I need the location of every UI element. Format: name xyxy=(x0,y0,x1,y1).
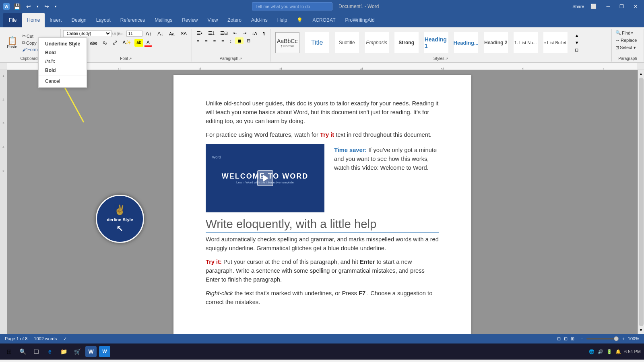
tab-home[interactable]: Home xyxy=(22,13,45,27)
dropdown-item-bold2[interactable]: Bold xyxy=(39,66,87,75)
volume-icon[interactable]: 🔊 xyxy=(598,349,603,354)
view-web-btn[interactable]: ⊞ xyxy=(571,336,574,341)
style-title[interactable]: Title xyxy=(303,31,332,54)
styles-dialog-icon[interactable]: ↗ xyxy=(445,57,448,61)
view-normal-btn[interactable]: ⊟ xyxy=(557,336,561,341)
word-taskbar-btn[interactable]: W xyxy=(85,346,97,357)
change-case-btn[interactable]: Aa xyxy=(167,31,177,37)
scroll-thumb[interactable] xyxy=(639,78,644,326)
ribbon-display-btn[interactable]: ⬜ xyxy=(587,2,600,11)
strikethrough-btn[interactable]: abc xyxy=(88,39,100,47)
unknown-btn[interactable]: W xyxy=(99,346,110,357)
customize-quick-btn[interactable]: ▾ xyxy=(53,4,58,9)
undo-dropdown-btn[interactable]: ▾ xyxy=(35,4,40,9)
dropdown-item-bold[interactable]: Bold xyxy=(39,48,87,57)
network-icon[interactable]: 🌐 xyxy=(589,349,594,354)
undo-quick-btn[interactable]: ↩ xyxy=(25,2,33,10)
font-dialog-icon[interactable]: ↗ xyxy=(129,57,132,61)
notification-icon[interactable]: 🔔 xyxy=(615,349,621,354)
increase-indent-btn[interactable]: ⇥ xyxy=(240,30,249,37)
font-size-input[interactable] xyxy=(126,31,142,37)
zoom-out-btn[interactable]: − xyxy=(581,336,583,341)
style-listnum[interactable]: 1. List Nu... xyxy=(511,31,540,54)
tab-help[interactable]: Help xyxy=(272,13,292,27)
styles-expand[interactable]: ⊟ xyxy=(572,47,582,53)
paste-btn[interactable]: 📋 Paste xyxy=(4,36,20,50)
multilevel-btn[interactable]: ☰⊞ xyxy=(218,30,230,37)
align-right-btn[interactable]: ≡ xyxy=(211,38,218,44)
restore-btn[interactable]: ❐ xyxy=(616,2,627,11)
numbering-btn[interactable]: ☰1 xyxy=(206,30,217,37)
dropdown-item-underline-style[interactable]: Underline Style xyxy=(39,39,87,48)
justify-btn[interactable]: ≡ xyxy=(219,38,226,44)
dropdown-item-italic[interactable]: Italic xyxy=(39,57,87,66)
sort-btn[interactable]: ↕A xyxy=(250,30,260,37)
shrink-font-btn[interactable]: A↓ xyxy=(155,30,166,37)
align-left-btn[interactable]: ≡ xyxy=(194,38,202,44)
bullets-btn[interactable]: ☰• xyxy=(194,30,205,37)
right-scrollbar[interactable]: ▲ ▼ xyxy=(638,70,644,334)
find-dropdown[interactable]: ▾ xyxy=(631,31,633,35)
store-btn[interactable]: 🛒 xyxy=(72,346,83,357)
style-normal[interactable]: AaBbCc ¶ Normal xyxy=(273,31,302,54)
minimize-btn[interactable]: ─ xyxy=(603,2,613,11)
borders-btn[interactable]: ⊟ xyxy=(244,37,253,44)
tab-insert[interactable]: Insert xyxy=(45,13,66,27)
tab-design[interactable]: Design xyxy=(66,13,91,27)
grow-font-btn[interactable]: A↑ xyxy=(143,30,154,37)
view-layout-btn[interactable]: ⊡ xyxy=(564,336,568,341)
battery-icon[interactable]: 🔋 xyxy=(607,349,612,354)
save-quick-btn[interactable]: 💾 xyxy=(12,2,22,10)
styles-scroll-up[interactable]: ▲ xyxy=(572,32,582,39)
replace-btn[interactable]: ↔ Replace xyxy=(614,37,638,43)
shading-btn[interactable]: ◼ xyxy=(235,37,244,44)
edge-btn[interactable]: e xyxy=(44,346,56,357)
text-effects-btn[interactable]: A✨ xyxy=(120,39,134,47)
zoom-slider[interactable] xyxy=(586,338,619,339)
search-btn[interactable]: 🔍 xyxy=(17,346,28,357)
tab-review[interactable]: Review xyxy=(177,13,202,27)
tell-me-input[interactable] xyxy=(252,2,332,10)
select-btn[interactable]: ⊡ Select ▾ xyxy=(614,45,637,51)
find-btn[interactable]: 🔍 Find ▾ xyxy=(614,30,634,36)
style-listbullet[interactable]: • List Bullet xyxy=(541,31,570,54)
font-name-select[interactable]: Calibri (Body) xyxy=(63,30,111,37)
style-strong[interactable]: Strong xyxy=(392,31,421,54)
start-btn[interactable]: ⊞ xyxy=(3,346,14,357)
tab-layout[interactable]: Layout xyxy=(91,13,116,27)
tab-references[interactable]: References xyxy=(116,13,150,27)
video-container[interactable]: Word WELCOME TO WORD Learn Word with the… xyxy=(206,144,324,212)
style-heading2[interactable]: Heading... xyxy=(452,31,481,54)
style-heading3[interactable]: Heading 2 xyxy=(481,31,510,54)
scroll-up-btn[interactable]: ▲ xyxy=(638,71,644,77)
style-emphasis[interactable]: Emphasis xyxy=(362,31,391,54)
zoom-thumb[interactable] xyxy=(614,336,619,341)
align-center-btn[interactable]: ≡ xyxy=(202,38,210,44)
share-btn[interactable]: Share xyxy=(572,4,584,9)
explorer-btn[interactable]: 📁 xyxy=(58,346,69,357)
highlight-color-btn[interactable]: ab xyxy=(134,39,143,47)
tab-view[interactable]: View xyxy=(203,13,223,27)
line-spacing-btn[interactable]: ↕ xyxy=(227,38,235,44)
tab-acrobat[interactable]: ACROBAT xyxy=(308,13,340,27)
decrease-indent-btn[interactable]: ⇤ xyxy=(231,30,239,37)
font-color-btn[interactable]: A xyxy=(144,39,152,47)
para-dialog-icon[interactable]: ↗ xyxy=(239,57,242,61)
styles-scroll-down[interactable]: ▼ xyxy=(572,39,582,46)
tab-addins[interactable]: Add-ins xyxy=(246,13,272,27)
style-heading1[interactable]: Heading 1 xyxy=(422,31,451,54)
tab-zotero[interactable]: Zotero xyxy=(223,13,246,27)
video-play-btn[interactable] xyxy=(257,170,273,186)
style-subtitle[interactable]: Subtitle xyxy=(332,31,361,54)
tab-prowritingaid[interactable]: ProWritingAid xyxy=(341,13,380,27)
redo-quick-btn[interactable]: ↪ xyxy=(43,2,51,10)
clear-formatting-btn[interactable]: ✕A xyxy=(178,30,189,37)
show-hide-btn[interactable]: ¶ xyxy=(260,30,268,37)
lightbulb-help[interactable]: 💡 xyxy=(292,13,308,27)
subscript-btn[interactable]: x2 xyxy=(100,39,109,47)
close-btn[interactable]: ✕ xyxy=(630,2,641,11)
tab-mailings[interactable]: Mailings xyxy=(150,13,177,27)
dropdown-item-cancel[interactable]: Cancel xyxy=(39,76,87,86)
zoom-in-btn[interactable]: + xyxy=(622,336,624,341)
tab-file[interactable]: File xyxy=(3,13,22,27)
